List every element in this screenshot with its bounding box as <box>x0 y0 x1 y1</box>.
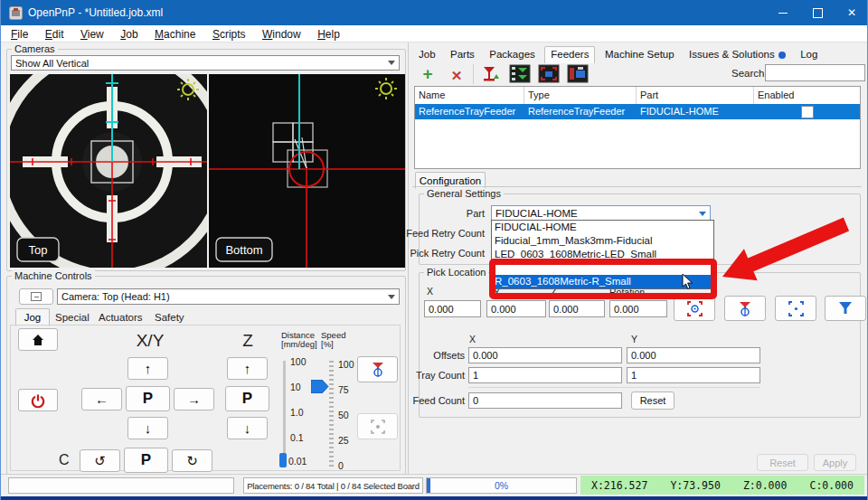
menu-window[interactable]: Window <box>256 26 307 41</box>
menu-edit[interactable]: Edit <box>39 26 71 41</box>
tab-job[interactable]: Job <box>413 47 441 61</box>
park-xy-button[interactable]: P <box>126 386 170 411</box>
jog-y-minus-button[interactable]: ↓ <box>127 417 168 439</box>
feed-count-reset-button[interactable]: Reset <box>631 392 675 410</box>
tab-machine-setup[interactable]: Machine Setup <box>599 47 680 61</box>
park-c-button[interactable]: P <box>124 448 168 473</box>
jog-x-minus-button[interactable]: ← <box>81 388 122 410</box>
move-nozzle-to-location-button[interactable] <box>825 296 866 321</box>
search-input[interactable] <box>765 64 865 81</box>
offsets-x-field[interactable]: 0.000 <box>468 347 622 363</box>
apply-button[interactable]: Apply <box>814 454 856 471</box>
reset-button[interactable]: Reset <box>757 454 808 471</box>
dro-y: Y:73.950 <box>670 479 720 492</box>
pick-y-field[interactable]: 0.000 <box>486 300 546 317</box>
feeder-advance-button[interactable] <box>509 64 533 84</box>
position-camera-button[interactable] <box>357 413 398 439</box>
jog-x-plus-button[interactable]: → <box>174 388 214 410</box>
tab-issues-solutions[interactable]: Issues & Solutions <box>684 47 791 61</box>
feed-count-field[interactable]: 0 <box>468 392 622 409</box>
jog-z-plus-button[interactable]: ↑ <box>227 357 268 380</box>
pick-z-field[interactable]: 0.000 <box>549 300 605 317</box>
delete-feeder-button[interactable]: ✕ <box>446 66 467 86</box>
distance-slider-thumb[interactable] <box>279 453 287 467</box>
speed-slider-track[interactable] <box>329 361 334 467</box>
close-button[interactable]: ✕ <box>835 0 868 25</box>
maximize-button[interactable] <box>800 0 835 25</box>
offsets-y-field[interactable]: 0.000 <box>627 347 760 363</box>
tray-count-y-field[interactable]: 1 <box>627 367 760 383</box>
add-feeder-button[interactable]: + <box>417 64 439 84</box>
rotate-ccw-button[interactable]: ↺ <box>80 449 120 472</box>
column-header-name[interactable]: Name <box>415 87 524 104</box>
dropdown-item[interactable]: Fiducial_1mm_Mask3mm-Fiducial <box>492 234 713 248</box>
menu-job[interactable]: Job <box>114 26 144 41</box>
feeder-pick-icon <box>567 64 589 83</box>
pick-x-header: X <box>427 286 433 297</box>
park-label: P <box>141 451 151 469</box>
dropdown-item[interactable]: FIDUCIAL-HOME <box>492 221 713 234</box>
z-axis-label: Z <box>227 331 269 351</box>
tab-log[interactable]: Log <box>795 47 823 61</box>
menu-scripts[interactable]: Scripts <box>206 26 252 41</box>
app-icon <box>9 6 23 20</box>
jog-z-minus-button[interactable]: ↓ <box>227 417 268 439</box>
feed-feeder-button[interactable] <box>480 64 502 84</box>
column-header-enabled[interactable]: Enabled <box>754 87 860 104</box>
column-header-part[interactable]: Part <box>637 87 754 104</box>
tab-packages[interactable]: Packages <box>484 47 541 61</box>
dro-c: C:0.000 <box>810 479 854 492</box>
cell-type: ReferenceTrayFeeder <box>524 104 637 118</box>
pick-retry-count-label: Pick Retry Count <box>381 248 485 259</box>
pick-rotation-field[interactable]: 0.000 <box>609 300 667 317</box>
tab-jog[interactable]: Jog <box>15 308 50 326</box>
chevron-down-icon <box>388 61 395 65</box>
tab-special[interactable]: Special <box>55 312 90 323</box>
distance-slider-track[interactable] <box>283 361 286 467</box>
tool-selector[interactable]: Camera: Top (Head: H1) <box>57 288 400 305</box>
dro-z: Z:0.000 <box>743 479 787 492</box>
head-collapse-button[interactable] <box>19 288 53 305</box>
feed-retry-count-label: Feed Retry Count <box>381 228 485 239</box>
tab-safety[interactable]: Safety <box>155 312 184 323</box>
table-header-row: NameTypePartEnabled <box>415 87 860 104</box>
feeder-pick-button[interactable] <box>567 64 590 84</box>
cell-enabled <box>754 104 860 122</box>
speed-tick: 100 <box>338 359 354 370</box>
enabled-checkbox[interactable] <box>801 106 814 118</box>
bottom-camera-label: Bottom <box>225 243 262 257</box>
tab-parts[interactable]: Parts <box>445 47 480 61</box>
tab-actuators[interactable]: Actuators <box>99 312 143 323</box>
pick-x-field[interactable]: 0.000 <box>424 300 481 317</box>
tray-count-label: Tray Count <box>381 370 465 381</box>
column-header-type[interactable]: Type <box>524 87 637 104</box>
park-z-button[interactable]: P <box>225 386 269 411</box>
tab-feeders[interactable]: Feeders <box>544 46 595 63</box>
arrow-right-icon: → <box>187 392 201 407</box>
progress-bar: 0% <box>426 477 577 494</box>
rotate-cw-button[interactable]: ↻ <box>172 449 212 472</box>
capture-camera-location-button[interactable] <box>674 296 715 321</box>
tray-count-x-field[interactable]: 1 <box>468 367 622 383</box>
capture-nozzle-location-button[interactable] <box>724 296 766 321</box>
top-camera-view[interactable]: Top <box>10 74 207 268</box>
minimize-button[interactable] <box>766 0 800 25</box>
xy-axis-label: X/Y <box>109 331 191 351</box>
chevron-down-icon <box>699 212 706 216</box>
feeder-vision-button[interactable] <box>538 64 561 84</box>
menu-file[interactable]: File <box>5 26 34 41</box>
power-button[interactable] <box>18 389 58 411</box>
move-camera-to-location-button[interactable] <box>775 296 816 321</box>
section-divider <box>468 387 760 388</box>
window-title: OpenPnP - *Untitled.job.xml <box>28 6 163 19</box>
camera-view-selector-value: Show All Vertical <box>15 58 388 69</box>
jog-y-plus-button[interactable]: ↑ <box>127 357 168 380</box>
home-button[interactable] <box>18 328 58 351</box>
camera-view-selector[interactable]: Show All Vertical <box>11 55 400 71</box>
menu-help[interactable]: Help <box>311 26 346 41</box>
table-row[interactable]: ReferenceTrayFeederReferenceTrayFeederFI… <box>415 104 860 119</box>
bottom-camera-view[interactable]: Bottom <box>209 74 405 268</box>
menu-view[interactable]: View <box>74 26 110 41</box>
speed-slider-thumb[interactable] <box>311 380 329 393</box>
menu-machine[interactable]: Machine <box>148 26 202 41</box>
